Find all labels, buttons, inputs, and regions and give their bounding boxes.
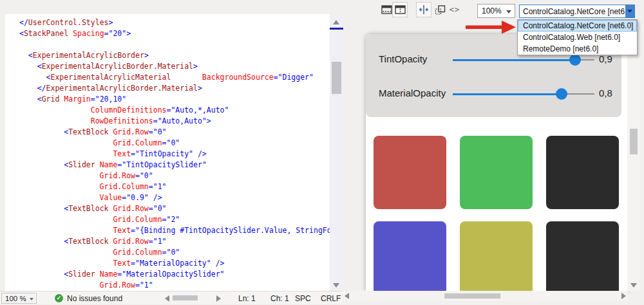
color-swatch <box>460 221 533 291</box>
editor-vscroll-thumb[interactable] <box>332 62 341 94</box>
code-line[interactable]: <TextBlock Grid.Row="0" <box>19 127 330 138</box>
code-line[interactable]: <StackPanel Spacing="20"> <box>19 28 330 39</box>
chevron-down-icon <box>30 298 33 300</box>
no-issues-check-icon: ✓ <box>55 294 63 302</box>
editor-vertical-scrollbar[interactable] <box>330 14 343 291</box>
code-line[interactable]: Text="TintOpacity" /> <box>19 149 330 160</box>
code-line[interactable]: Text="{Binding #TintOpacitySlider.Value,… <box>19 225 330 236</box>
xaml-code-text[interactable]: </UserControl.Styles><StackPanel Spacing… <box>19 17 330 291</box>
line-indicator[interactable]: Ln: 1 <box>238 294 256 303</box>
code-line[interactable]: <Slider Name="MaterialOpacitySlider" <box>19 269 330 280</box>
code-line[interactable]: Grid.Column="2" <box>19 214 330 225</box>
code-line[interactable]: <Grid Margin="20,10" <box>19 94 330 105</box>
float-preview-icon <box>435 5 446 15</box>
editor-hscroll-thumb[interactable] <box>173 295 198 300</box>
split-horizontal-icon <box>381 5 392 15</box>
code-line[interactable]: Grid.Column="0" <box>19 138 330 149</box>
xaml-editor-pane[interactable]: </UserControl.Styles><StackPanel Spacing… <box>5 14 330 291</box>
color-swatch <box>546 221 619 291</box>
run-target-combobox[interactable]: ControlCatalog.NetCore [net6.0] <box>519 5 635 18</box>
preview-vertical-scrollbar[interactable] <box>627 34 640 291</box>
swap-panes-icon <box>418 5 430 14</box>
code-line[interactable]: </UserControl.Styles> <box>19 17 330 28</box>
code-line[interactable]: <Slider Name="TintOpacitySlider" <box>19 160 330 171</box>
preview-hscroll-thumb[interactable] <box>444 293 500 299</box>
scroll-down-icon[interactable] <box>333 283 339 288</box>
swap-panes-button[interactable] <box>416 2 431 17</box>
xaml-preview-canvas[interactable]: TintOpacity 0,9 MaterialOpacity 0,8 <box>366 34 628 291</box>
whitespace-indicator[interactable]: SPC <box>295 294 311 303</box>
scroll-right-icon[interactable] <box>621 293 626 299</box>
color-swatch <box>546 136 619 209</box>
code-line[interactable]: <ExperimentalAcrylicBorder> <box>19 50 330 61</box>
code-line[interactable]: Text="MaterialOpacity" /> <box>19 258 330 269</box>
color-swatch <box>374 221 446 291</box>
run-target-dropdown-list: ControlCatalog.NetCore [net6.0]ControlCa… <box>517 19 638 55</box>
scroll-left-icon[interactable] <box>165 295 169 302</box>
material-opacity-label: MaterialOpacity <box>379 88 446 98</box>
code-line[interactable]: Grid.Column="0" <box>19 247 330 258</box>
scroll-right-icon[interactable] <box>216 295 221 302</box>
code-line[interactable]: <ExperimentalAcrylicBorder.Material> <box>19 61 330 72</box>
color-swatch <box>374 136 446 209</box>
scroll-left-icon[interactable] <box>345 293 349 299</box>
preview-zoom-value: 100% <box>482 6 502 15</box>
scroll-down-icon[interactable] <box>630 283 637 288</box>
editor-zoom-select[interactable]: 100 % <box>1 293 37 304</box>
material-opacity-row: MaterialOpacity 0,8 <box>366 88 621 100</box>
editor-status-bar: 100 % ✓ No issues found Ln: 1 Ch: 1 SPC … <box>0 291 343 304</box>
code-view-button[interactable]: <> <box>447 2 462 17</box>
code-view-icon: <> <box>450 5 460 14</box>
material-opacity-slider-fill <box>453 93 562 95</box>
tint-opacity-label: TintOpacity <box>379 53 427 64</box>
dropdown-item[interactable]: ControlCatalog.Web [net6.0] <box>518 32 637 43</box>
code-line[interactable]: <ExperimentalAcrylicMaterial BackgroundS… <box>19 72 330 83</box>
split-vertical-button[interactable] <box>392 2 408 17</box>
editor-zoom-value: 100 % <box>5 295 26 302</box>
color-swatch-grid <box>374 136 619 291</box>
preview-horizontal-scrollbar[interactable] <box>343 291 628 301</box>
scroll-up-icon[interactable] <box>333 20 339 24</box>
code-line[interactable]: Grid.Row="1" <box>19 280 330 291</box>
code-line[interactable]: <TextBlock Grid.Row="1" <box>19 236 330 247</box>
float-preview-button[interactable] <box>432 2 448 17</box>
material-opacity-slider-thumb[interactable] <box>556 88 567 100</box>
code-line[interactable]: </ExperimentalAcrylicBorder.Material> <box>19 83 330 94</box>
tint-opacity-row: TintOpacity 0,9 <box>366 53 621 66</box>
code-line[interactable]: <TextBlock Grid.Row="0" <box>19 203 330 214</box>
tint-opacity-slider-fill <box>453 59 575 61</box>
code-line[interactable]: Value="0.9" /> <box>19 192 330 203</box>
split-vertical-icon <box>395 5 406 15</box>
combobox-dropdown-button[interactable] <box>625 5 634 17</box>
issues-status-text: No issues found <box>67 294 122 303</box>
annotation-arrow <box>466 20 516 34</box>
preview-vscroll-thumb[interactable] <box>630 129 638 154</box>
chevron-down-icon <box>627 10 632 13</box>
line-ending-indicator[interactable]: CRLF <box>321 294 341 303</box>
code-line[interactable]: Grid.Row="0" <box>19 171 330 181</box>
run-target-value: ControlCatalog.NetCore [net6.0] <box>523 7 633 16</box>
preview-zoom-select[interactable]: 100% <box>477 4 515 18</box>
color-swatch <box>460 136 533 209</box>
caret-position-marker <box>330 28 343 30</box>
column-indicator[interactable]: Ch: 1 <box>270 294 289 303</box>
dropdown-item[interactable]: RemoteDemo [net6.0] <box>518 43 637 55</box>
tint-opacity-slider-thumb[interactable] <box>569 54 581 66</box>
code-line[interactable]: Grid.Column="1" <box>19 181 330 192</box>
code-line[interactable]: RowDefinitions="Auto,Auto"> <box>19 116 330 127</box>
material-opacity-value: 0,8 <box>599 88 612 98</box>
code-line[interactable] <box>19 39 330 50</box>
code-line[interactable]: ColumnDefinitions="Auto,*,Auto" <box>19 105 330 116</box>
dropdown-item[interactable]: ControlCatalog.NetCore [net6.0] <box>518 20 637 32</box>
chevron-down-icon <box>506 10 511 14</box>
